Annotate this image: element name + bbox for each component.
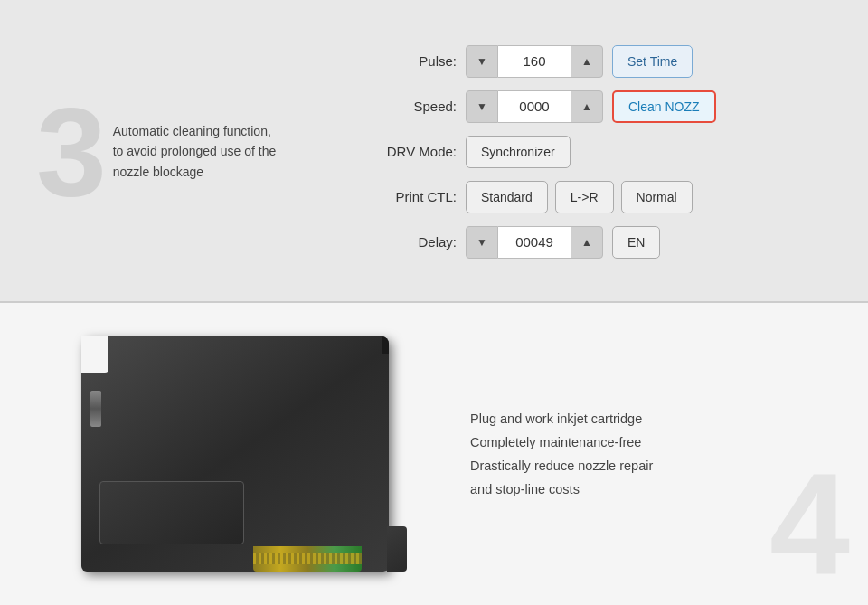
delay-up-btn[interactable]: ▲ xyxy=(571,226,603,259)
desc-line2: to avoid prolonged use of the xyxy=(113,144,277,158)
desc-line3: nozzle blockage xyxy=(113,165,203,179)
print-ctl-normal-btn[interactable]: Normal xyxy=(621,181,693,213)
cartridge-notch xyxy=(81,336,108,373)
bottom-line3: Drastically reduce nozzle repair xyxy=(470,458,653,473)
drv-value-btn[interactable]: Synchronizer xyxy=(466,136,571,168)
delay-stepper: ▼ 00049 ▲ xyxy=(466,226,603,259)
pulse-up-btn[interactable]: ▲ xyxy=(571,45,603,78)
connector-pins xyxy=(253,553,362,564)
cartridge-notch-right xyxy=(382,336,389,354)
description-text: Automatic cleaning function, to avoid pr… xyxy=(113,121,277,182)
print-ctl-label: Print CTL: xyxy=(366,189,457,204)
delay-row: Delay: ▼ 00049 ▲ EN xyxy=(366,226,836,259)
bottom-line2: Completely maintenance-free xyxy=(470,435,641,449)
cartridge-tab xyxy=(387,526,407,572)
bottom-section: 4 Plug and work inkjet cartridge Complet… xyxy=(0,303,868,605)
print-ctl-standard-btn[interactable]: Standard xyxy=(466,181,548,213)
delay-down-btn[interactable]: ▼ xyxy=(466,226,498,259)
print-ctl-group: Standard L->R Normal xyxy=(466,181,693,213)
clean-nozz-button[interactable]: Clean NOZZ xyxy=(612,90,716,123)
control-grid: Pulse: ▼ 160 ▲ Set Time Speed: ▼ 0000 ▲ … xyxy=(366,45,836,259)
speed-label: Speed: xyxy=(366,99,457,114)
cartridge-label-strip xyxy=(90,391,101,427)
bottom-text-panel: Plug and work inkjet cartridge Completel… xyxy=(470,303,868,605)
cartridge-connector xyxy=(253,546,362,572)
pulse-value: 160 xyxy=(498,45,571,78)
left-panel: 3 Automatic cleaning function, to avoid … xyxy=(0,0,335,303)
print-ctl-lr-btn[interactable]: L->R xyxy=(555,181,614,213)
delay-en-btn[interactable]: EN xyxy=(612,226,660,259)
delay-label: Delay: xyxy=(366,234,457,250)
cartridge-image-area xyxy=(0,303,470,605)
bottom-description: Plug and work inkjet cartridge Completel… xyxy=(470,407,653,501)
pulse-row: Pulse: ▼ 160 ▲ Set Time xyxy=(366,45,836,78)
speed-stepper: ▼ 0000 ▲ xyxy=(466,90,603,123)
drv-row: DRV Mode: Synchronizer xyxy=(366,136,836,168)
speed-row: Speed: ▼ 0000 ▲ Clean NOZZ xyxy=(366,90,836,123)
drv-label: DRV Mode: xyxy=(366,144,457,159)
pulse-label: Pulse: xyxy=(366,53,457,69)
pulse-stepper: ▼ 160 ▲ xyxy=(466,45,603,78)
pulse-down-btn[interactable]: ▼ xyxy=(466,45,498,78)
cartridge-body xyxy=(81,336,389,572)
top-section: 3 Automatic cleaning function, to avoid … xyxy=(0,0,868,303)
speed-value: 0000 xyxy=(498,90,571,123)
set-time-button[interactable]: Set Time xyxy=(612,45,693,78)
speed-down-btn[interactable]: ▼ xyxy=(466,90,498,123)
right-panel: Pulse: ▼ 160 ▲ Set Time Speed: ▼ 0000 ▲ … xyxy=(335,0,868,303)
delay-value: 00049 xyxy=(498,226,571,259)
cartridge-bottom-plate xyxy=(99,481,244,544)
speed-up-btn[interactable]: ▲ xyxy=(571,90,603,123)
bottom-line1: Plug and work inkjet cartridge xyxy=(470,411,642,426)
desc-line1: Automatic cleaning function, xyxy=(113,124,271,138)
step-number-3: 3 xyxy=(36,89,107,215)
bottom-line4: and stop-line costs xyxy=(470,482,580,496)
print-ctl-row: Print CTL: Standard L->R Normal xyxy=(366,181,836,213)
